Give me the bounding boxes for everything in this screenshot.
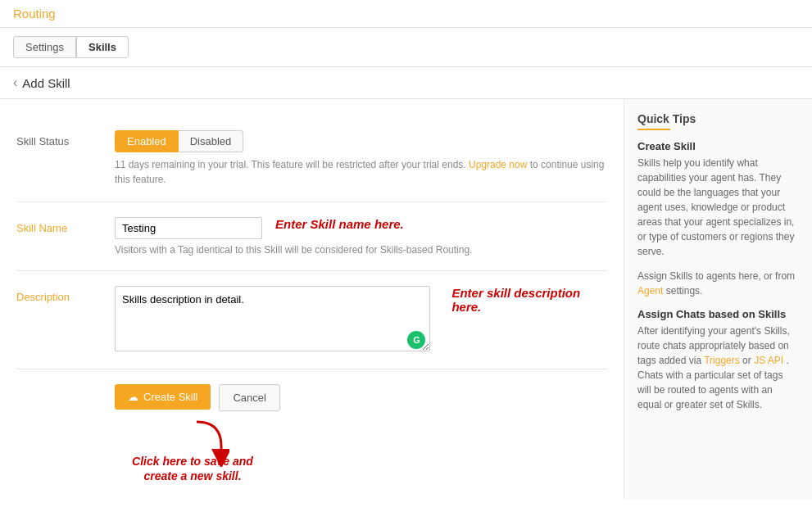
arrow-area: Click here to save and create a new skil…	[115, 418, 279, 483]
click-annotation: Click here to save and create a new skil…	[115, 454, 270, 483]
visitor-hint: Visitors with a Tag identical to this Sk…	[115, 244, 607, 256]
sidebar-section1-text: Skills help you identify what capabiliti…	[637, 156, 799, 259]
cancel-button[interactable]: Cancel	[219, 384, 279, 411]
sidebar-divider	[637, 129, 670, 130]
trial-notice: 11 days remaining in your trial. This fe…	[115, 157, 607, 187]
disabled-button[interactable]: Disabled	[179, 130, 244, 152]
sidebar-section1-title: Create Skill	[637, 140, 799, 152]
tab-skills[interactable]: Skills	[76, 36, 129, 58]
sidebar-section2-text: After identifying your agent's Skills, r…	[637, 324, 799, 412]
description-textarea[interactable]: Skills description in detail.	[115, 286, 430, 351]
create-skill-button[interactable]: ☁ Create Skill	[115, 384, 211, 410]
breadcrumb-page-title: Add Skill	[22, 76, 70, 90]
upgrade-link[interactable]: Upgrade now	[469, 159, 527, 170]
enabled-button[interactable]: Enabled	[115, 130, 179, 152]
tab-bar: Settings Skills	[0, 28, 812, 67]
header: Routing	[0, 0, 812, 28]
form-area: Skill Status Enabled Disabled 11 days re…	[0, 99, 624, 500]
skill-status-label: Skill Status	[16, 130, 115, 147]
skill-name-label: Skill Name	[16, 217, 115, 234]
skill-status-content: Enabled Disabled 11 days remaining in yo…	[115, 130, 607, 187]
back-arrow-icon[interactable]: ‹	[13, 75, 17, 90]
skill-name-row: Skill Name Enter Skill name here. Visito…	[16, 202, 607, 271]
description-textarea-wrap: Skills description in detail. G	[115, 286, 430, 354]
sidebar-title: Quick Tips	[637, 112, 799, 125]
sidebar-section2-title: Assign Chats based on Skills	[637, 308, 799, 320]
description-label: Description	[16, 286, 115, 303]
tab-settings[interactable]: Settings	[13, 36, 76, 58]
skill-status-row: Skill Status Enabled Disabled 11 days re…	[16, 116, 607, 202]
skill-name-input-row: Enter Skill name here.	[115, 217, 607, 239]
sidebar-assign-text: Assign Skills to agents here, or from Ag…	[637, 269, 799, 298]
description-content: Skills description in detail. G Enter sk…	[115, 286, 607, 354]
agent-link[interactable]: Agent	[637, 285, 663, 297]
description-row: Description Skills description in detail…	[16, 271, 607, 369]
skill-name-input[interactable]	[115, 217, 262, 239]
skill-name-content: Enter Skill name here. Visitors with a T…	[115, 217, 607, 256]
breadcrumb: ‹ Add Skill	[0, 67, 812, 99]
skill-name-annotation: Enter Skill name here.	[275, 217, 404, 231]
jsapi-link[interactable]: JS API	[754, 355, 783, 366]
main-layout: Skill Status Enabled Disabled 11 days re…	[0, 99, 812, 500]
description-annotation: Enter skill description here.	[451, 286, 607, 314]
cloud-icon: ☁	[128, 391, 138, 403]
status-toggle: Enabled Disabled	[115, 130, 607, 152]
arrow-annotation-area: Click here to save and create a new skil…	[115, 418, 607, 483]
description-input-row: Skills description in detail. G Enter sk…	[115, 286, 607, 354]
page-title: Routing	[13, 7, 56, 20]
triggers-link[interactable]: Triggers	[704, 355, 740, 366]
sidebar: Quick Tips Create Skill Skills help you …	[624, 99, 812, 500]
